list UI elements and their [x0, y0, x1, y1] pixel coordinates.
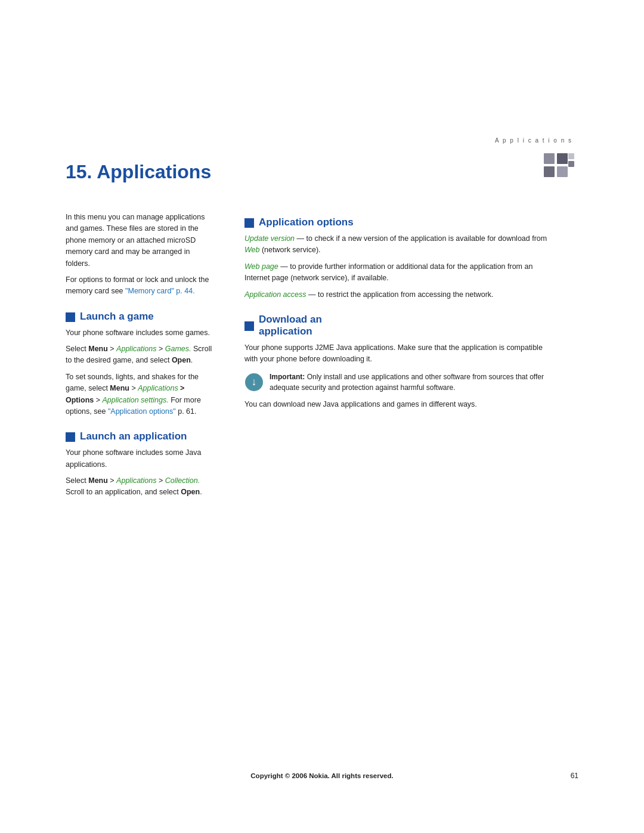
svg-rect-5: [568, 161, 574, 167]
bullet-icon-3: [244, 218, 254, 228]
launch-game-para2: Select Menu > Applications > Games. Scro…: [66, 343, 215, 367]
bullet-icon-2: [66, 432, 75, 442]
svg-rect-2: [544, 166, 555, 177]
launch-game-heading: Launch a game: [66, 311, 215, 323]
bullet-icon: [66, 312, 75, 322]
left-column: In this menu you can manage applications…: [66, 212, 215, 503]
launch-app-para1: Your phone software includes some Java a…: [66, 447, 215, 470]
important-text: Important: Only install and use applicat…: [270, 371, 555, 393]
chapter-title: 15. Applications: [66, 161, 211, 183]
launch-app-heading: Launch an application: [66, 431, 215, 442]
intro-para2: For options to format or lock and unlock…: [66, 274, 215, 298]
svg-rect-4: [568, 153, 574, 159]
chapter-icon: [543, 152, 578, 185]
intro-para1: In this menu you can manage applications…: [66, 212, 215, 270]
svg-rect-3: [557, 166, 568, 177]
bullet-icon-4: [244, 321, 254, 331]
important-icon: ↓: [244, 373, 264, 392]
page-number: 61: [571, 772, 578, 780]
important-box: ↓ Important: Only install and use applic…: [244, 371, 555, 393]
launch-game-para1: Your phone software includes some games.: [66, 327, 215, 339]
svg-rect-1: [557, 153, 568, 164]
memory-card-link[interactable]: "Memory card" p. 44.: [125, 287, 195, 295]
svg-rect-0: [544, 153, 555, 164]
app-options-para2: Web page — to provide further informatio…: [244, 261, 555, 284]
download-app-para1: Your phone supports J2ME Java applicatio…: [244, 342, 555, 366]
page-footer: Copyright © 2006 Nokia. All rights reser…: [0, 772, 644, 779]
launch-game-para3: To set sounds, lights, and shakes for th…: [66, 371, 215, 418]
svg-text:↓: ↓: [252, 376, 257, 388]
right-column: Application options Update version — to …: [244, 212, 555, 415]
launch-app-para2: Select Menu > Applications > Collection.…: [66, 475, 215, 498]
footer-copyright: Copyright © 2006 Nokia. All rights reser…: [0, 772, 644, 779]
app-options-para1: Update version — to check if a new versi…: [244, 233, 555, 256]
running-header: A p p l i c a t i o n s: [495, 137, 572, 144]
app-options-heading: Application options: [244, 216, 555, 228]
page: A p p l i c a t i o n s 15. Applications…: [0, 0, 644, 833]
download-app-heading: Download an application: [244, 314, 555, 337]
app-options-para3: Application access — to restrict the app…: [244, 289, 555, 301]
download-app-para2: You can download new Java applications a…: [244, 399, 555, 410]
